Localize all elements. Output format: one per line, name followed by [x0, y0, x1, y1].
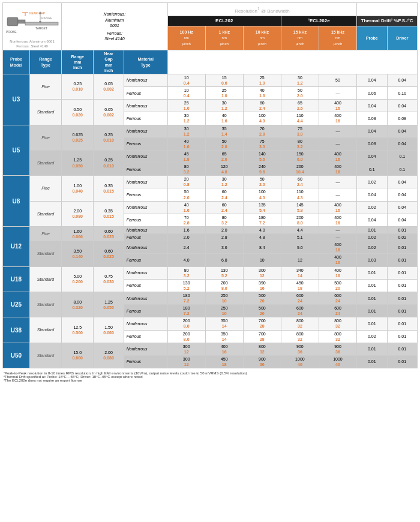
data-cell: 50: [319, 74, 356, 86]
range-mm-cell: 1.250.050: [62, 150, 94, 175]
data-cell: 1104.4: [281, 112, 319, 125]
svg-text:TARGET: TARGET: [35, 26, 47, 30]
data-cell: 251.0: [167, 100, 205, 112]
data-cell: 1204.8: [205, 163, 243, 176]
driver-drift-cell: 0.04: [387, 100, 418, 112]
driver-drift-cell: 0.08: [387, 112, 418, 125]
data-cell: 40016: [319, 254, 356, 266]
table-row: U18Standard5.000.2000.750.030Nonferrous8…: [3, 266, 418, 279]
range-type-cell: Standard: [29, 201, 61, 226]
table-row: U50Standard15.00.6002.000.080Nonferrous3…: [3, 343, 418, 355]
driver-drift-cell: 0.01: [387, 343, 418, 355]
data-cell: 4.0: [243, 227, 281, 234]
range-mm-cell: 0.250.010: [62, 74, 94, 99]
driver-drift-cell: 0.01: [387, 266, 418, 279]
data-cell: 90036: [243, 355, 281, 368]
nonferrous-ferrous-info: Nonferrous:Aluminum6061 Ferrous:Steel 41…: [63, 11, 166, 41]
material-type-cell: Ferrous: [124, 234, 167, 241]
near-gap-cell: 2.000.080: [94, 343, 124, 368]
table-row: U38Standard12.50.5001.500.060Nonferrous2…: [3, 317, 418, 330]
data-cell: 200.8: [167, 176, 205, 188]
data-cell: 50020: [319, 279, 356, 292]
data-cell: 26010.4: [281, 163, 319, 176]
data-cell: 40016: [319, 241, 356, 254]
near-gap-cell: 0.250.010: [94, 125, 124, 150]
range-mm-cell: 5.000.200: [62, 266, 94, 292]
nonferrous-note: Nonferrous: Aluminum 6061: [10, 40, 54, 43]
data-cell: 40016: [319, 201, 356, 214]
data-cell: 502.0: [243, 176, 281, 188]
probe-drift-cell: 0.04: [357, 100, 387, 112]
data-cell: 301.2: [205, 100, 243, 112]
data-cell: 301.2: [205, 176, 243, 188]
range-type-cell: Standard: [29, 150, 61, 175]
driver-drift-cell: 0.1: [387, 163, 418, 176]
data-cell: 30012: [243, 266, 281, 279]
near-gap-col-header: NearGapmminch: [104, 52, 113, 72]
data-cell: 100040: [281, 355, 319, 368]
material-col-header: MaterialType: [138, 57, 154, 67]
range-mm-cell: 15.00.600: [62, 343, 94, 368]
data-cell: 351.4: [205, 125, 243, 137]
driver-drift-cell: 0.01: [387, 227, 418, 234]
data-cell: 40016: [319, 266, 356, 279]
table-row: Standard3.500.1400.600.025Nonferrous2.43…: [3, 241, 418, 254]
range-type-cell: Standard: [29, 100, 61, 125]
material-type-cell: Ferrous: [124, 188, 167, 201]
near-gap-cell: 0.050.002: [94, 100, 124, 125]
probe-model-cell: U50: [3, 343, 30, 368]
material-type-cell: Ferrous: [124, 112, 167, 125]
data-cell: 1807.2: [167, 292, 205, 304]
khz15b-header: 15 kHznmµinch: [331, 30, 344, 46]
data-cell: 150.6: [205, 74, 243, 86]
data-cell: —: [319, 234, 356, 241]
data-cell: 30012: [167, 343, 205, 355]
data-cell: —: [319, 188, 356, 201]
data-cell: 1355.4: [243, 201, 281, 214]
data-cell: 4.4: [281, 227, 319, 234]
resolution-label: Resolution: [235, 8, 257, 13]
data-cell: 602.4: [205, 188, 243, 201]
svg-rect-5: [25, 22, 58, 25]
svg-text:RANGE: RANGE: [41, 16, 52, 20]
probe-drift-cell: 0.02: [357, 330, 387, 343]
data-cell: 1455.8: [281, 201, 319, 214]
probe-drift-header: Probe: [366, 36, 378, 40]
data-cell: —: [319, 176, 356, 188]
range-mm-cell: 12.50.500: [62, 317, 94, 343]
probe-drift-cell: 0.06: [357, 86, 387, 99]
driver-drift-cell: 0.04: [387, 201, 418, 214]
data-cell: 251.0: [243, 74, 281, 86]
table-row: Standard2.000.0800.350.015Nonferrous401.…: [3, 201, 418, 214]
footnotes: ¹Peak-to-Peak resolution in 8-10 times R…: [2, 370, 418, 383]
page: NEAR GAP RANGE TARGET PROBE: [0, 0, 420, 386]
data-cell: 25010: [205, 292, 243, 304]
data-cell: 702.8: [243, 125, 281, 137]
range-type-cell: Fine: [29, 176, 61, 201]
driver-drift-cell: 0.01: [387, 279, 418, 292]
range-mm-col-header: Rangemminch: [71, 55, 84, 70]
data-cell: 301.2: [167, 112, 205, 125]
table-row: U12Fine1.600.0660.600.025Nonferrous1.62.…: [3, 227, 418, 234]
driver-drift-cell: 0.01: [387, 254, 418, 266]
probe-model-cell: U3: [3, 74, 30, 125]
driver-drift-cell: 0.01: [387, 317, 418, 330]
driver-drift-cell: 0.04: [387, 188, 418, 201]
probe-model-col-header: ProbeModel: [10, 57, 22, 67]
probe-drift-cell: 0.02: [357, 241, 387, 254]
probe-drift-cell: 0.08: [357, 112, 387, 125]
probe-drift-cell: 0.01: [357, 317, 387, 330]
data-cell: 60024: [281, 305, 319, 317]
data-cell: 1305.2: [167, 279, 205, 292]
range-type-cell: Fine: [29, 74, 61, 99]
data-cell: 652.6: [281, 100, 319, 112]
data-cell: 1506.0: [281, 150, 319, 163]
driver-drift-cell: 0.1: [387, 150, 418, 163]
data-cell: 4.0: [167, 254, 205, 266]
data-cell: 2.0: [167, 234, 205, 241]
data-cell: 1807.2: [167, 305, 205, 317]
data-cell: 10: [243, 254, 281, 266]
data-cell: 60024: [319, 292, 356, 304]
table-row: U3Fine0.250.0100.050.002Nonferrous100.41…: [3, 74, 418, 86]
range-type-cell: Standard: [29, 241, 61, 266]
